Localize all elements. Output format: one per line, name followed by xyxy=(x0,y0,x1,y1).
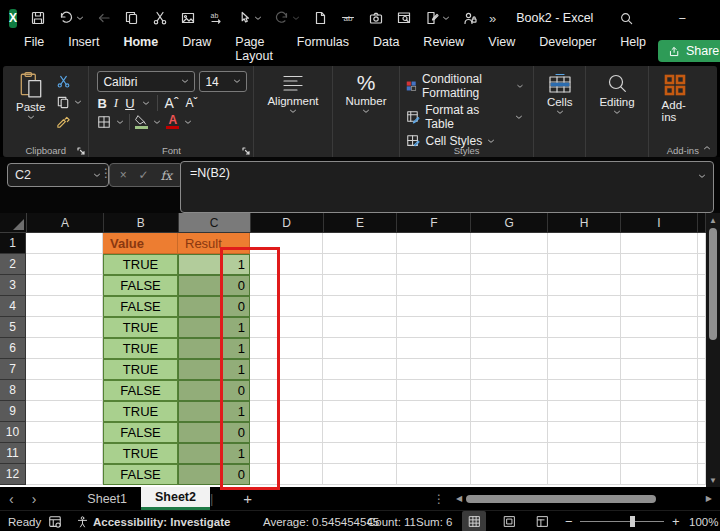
cell-I6[interactable] xyxy=(621,338,698,359)
sheet-tab-sheet1[interactable]: Sheet1 xyxy=(73,487,141,510)
sheet-nav-right-icon[interactable]: › xyxy=(23,491,46,507)
row-header-5[interactable]: 5 xyxy=(0,317,26,338)
touch-mode-icon[interactable] xyxy=(231,6,267,30)
cell-H3[interactable] xyxy=(548,275,621,296)
tab-help[interactable]: Help xyxy=(608,33,658,69)
copy-icon[interactable] xyxy=(119,6,145,30)
cell-E4[interactable] xyxy=(323,296,397,317)
cell-I5[interactable] xyxy=(621,317,698,338)
back-icon[interactable] xyxy=(91,6,117,30)
scroll-up-icon[interactable]: ▲ xyxy=(706,213,720,227)
insert-function-icon[interactable]: fx xyxy=(160,168,172,183)
underline-dropdown-icon[interactable] xyxy=(142,101,150,106)
cell-B8[interactable]: FALSE xyxy=(103,380,178,401)
cell-E11[interactable] xyxy=(323,443,397,464)
cell-G12[interactable] xyxy=(471,464,548,485)
cell-B5[interactable]: TRUE xyxy=(103,317,178,338)
row-header-4[interactable]: 4 xyxy=(0,296,26,317)
row-header-12[interactable]: 12 xyxy=(0,464,26,485)
tab-insert[interactable]: Insert xyxy=(56,33,111,69)
cell-I8[interactable] xyxy=(621,380,698,401)
formula-bar-input[interactable]: =N(B2) xyxy=(180,161,714,213)
format-painter-button[interactable] xyxy=(56,116,82,131)
zoom-slider-handle[interactable] xyxy=(630,516,635,527)
horizontal-scrollbar[interactable]: ◀ ▶ xyxy=(452,490,716,507)
cell-G2[interactable] xyxy=(471,254,548,275)
column-header-D[interactable]: D xyxy=(251,213,324,233)
cell-H12[interactable] xyxy=(548,464,621,485)
cell-B6[interactable]: TRUE xyxy=(103,338,178,359)
cell-F7[interactable] xyxy=(397,359,471,380)
row-header-3[interactable]: 3 xyxy=(0,275,26,296)
cell-A8[interactable] xyxy=(26,380,103,401)
zoom-in-button[interactable]: + xyxy=(672,511,680,531)
select-all-corner[interactable] xyxy=(0,213,27,233)
clipboard-dialog-launcher-icon[interactable] xyxy=(77,147,85,155)
tab-file[interactable]: File xyxy=(12,33,56,69)
editing-button[interactable]: Editing xyxy=(592,71,641,143)
ink-icon[interactable] xyxy=(419,6,455,30)
camera-icon[interactable] xyxy=(363,6,389,30)
cell-E1[interactable] xyxy=(323,233,397,254)
undo-icon[interactable] xyxy=(53,6,89,30)
number-button[interactable]: % Number xyxy=(339,71,394,143)
cell-B1[interactable]: Value xyxy=(103,233,178,254)
cell-A9[interactable] xyxy=(26,401,103,422)
alignment-button[interactable]: Alignment xyxy=(260,71,325,143)
fill-color-button[interactable] xyxy=(135,115,148,129)
cell-B7[interactable]: TRUE xyxy=(103,359,178,380)
column-header-E[interactable]: E xyxy=(324,213,398,233)
cell-I2[interactable] xyxy=(621,254,698,275)
font-size-select[interactable]: 14 xyxy=(199,71,247,92)
cell-E7[interactable] xyxy=(323,359,397,380)
row-header-10[interactable]: 10 xyxy=(0,422,26,443)
cell-H4[interactable] xyxy=(548,296,621,317)
conditional-formatting-button[interactable]: Conditional Formatting xyxy=(406,72,522,100)
cell-H8[interactable] xyxy=(548,380,621,401)
cell-G7[interactable] xyxy=(471,359,548,380)
collapse-ribbon-icon[interactable] xyxy=(703,136,711,154)
cell-I10[interactable] xyxy=(621,422,698,443)
vertical-scrollbar[interactable]: ▲ ▼ xyxy=(706,213,720,487)
row-header-6[interactable]: 6 xyxy=(0,338,26,359)
cell-G9[interactable] xyxy=(471,401,548,422)
cell-F2[interactable] xyxy=(397,254,471,275)
picture-icon[interactable] xyxy=(175,6,201,30)
cell-A11[interactable] xyxy=(26,443,103,464)
sheet-nav-left-icon[interactable]: ‹ xyxy=(0,491,23,507)
row-header-1[interactable]: 1 xyxy=(0,233,26,254)
row-header-11[interactable]: 11 xyxy=(0,443,26,464)
hscroll-right-icon[interactable]: ▶ xyxy=(702,494,716,503)
cell-H7[interactable] xyxy=(548,359,621,380)
column-header-B[interactable]: B xyxy=(104,213,179,233)
format-as-table-button[interactable]: Format as Table xyxy=(406,103,522,131)
cell-G4[interactable] xyxy=(471,296,548,317)
cell-E10[interactable] xyxy=(323,422,397,443)
cell-B4[interactable]: FALSE xyxy=(103,296,178,317)
normal-view-button[interactable] xyxy=(462,511,486,531)
cell-G8[interactable] xyxy=(471,380,548,401)
cell-A1[interactable] xyxy=(26,233,103,254)
cell-I11[interactable] xyxy=(621,443,698,464)
cell-F9[interactable] xyxy=(397,401,471,422)
cell-A10[interactable] xyxy=(26,422,103,443)
tab-developer[interactable]: Developer xyxy=(527,33,608,69)
cell-F5[interactable] xyxy=(397,317,471,338)
cells-button[interactable]: Cells xyxy=(540,71,580,143)
cell-E9[interactable] xyxy=(323,401,397,422)
cell-F3[interactable] xyxy=(397,275,471,296)
new-file-icon[interactable] xyxy=(307,6,333,30)
name-box[interactable]: C2 xyxy=(7,163,109,187)
cell-B12[interactable]: FALSE xyxy=(103,464,178,485)
fill-color-dropdown-icon[interactable] xyxy=(153,120,161,125)
row-header-9[interactable]: 9 xyxy=(0,401,26,422)
cell-I12[interactable] xyxy=(621,464,698,485)
share-button[interactable]: Share xyxy=(658,40,720,62)
cell-F4[interactable] xyxy=(397,296,471,317)
cell-B10[interactable]: FALSE xyxy=(103,422,178,443)
row-header-2[interactable]: 2 xyxy=(0,254,26,275)
tab-options-grip-icon[interactable]: ⋮ xyxy=(433,492,445,506)
cell-G5[interactable] xyxy=(471,317,548,338)
font-name-select[interactable]: Calibri xyxy=(97,71,195,92)
copy-button[interactable] xyxy=(56,95,82,110)
